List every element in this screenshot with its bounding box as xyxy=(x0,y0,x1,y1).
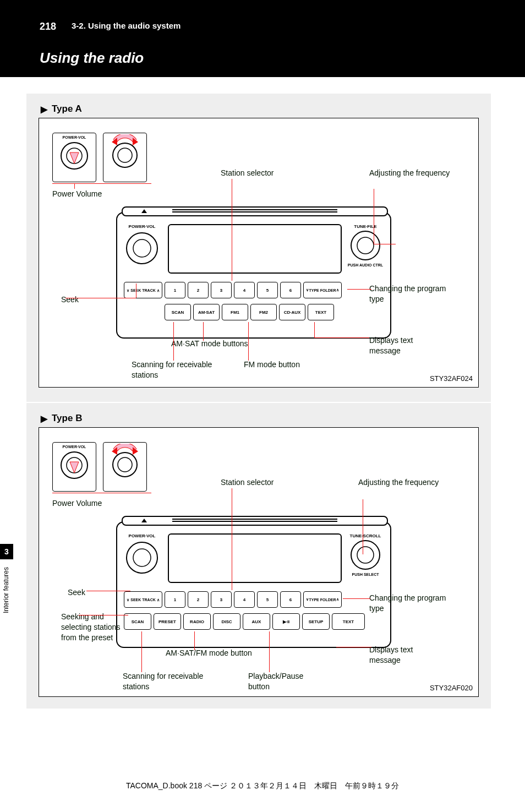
cd-slot xyxy=(122,516,388,526)
leader xyxy=(336,647,371,647)
knob-vignette-power: POWER·VOL xyxy=(52,133,96,182)
svg-marker-13 xyxy=(70,462,79,473)
preset-4[interactable]: 4 xyxy=(234,282,255,298)
eject-icon xyxy=(141,519,147,522)
leader xyxy=(363,499,363,554)
knob-vignette-turn xyxy=(103,133,147,182)
callout-preset: Station selector xyxy=(221,168,274,178)
svg-point-7 xyxy=(127,233,157,264)
leader xyxy=(173,322,174,361)
callout-radio-mode: AM·SAT/FM mode button xyxy=(166,648,254,658)
setup-button[interactable]: SETUP xyxy=(302,613,330,630)
callout-am-mode: AM·SAT mode buttons xyxy=(171,339,248,349)
preset-1[interactable]: 1 xyxy=(165,591,185,608)
knob-icon xyxy=(347,538,384,570)
preset-3[interactable]: 3 xyxy=(211,591,232,608)
preset-6[interactable]: 6 xyxy=(280,591,301,608)
knob-icon xyxy=(124,538,160,575)
leader xyxy=(65,298,136,298)
fm2-button[interactable]: FM2 xyxy=(250,304,277,320)
leader xyxy=(203,322,204,341)
type-folder-button[interactable]: ∨TYPE FOLDER∧ xyxy=(303,591,342,608)
preset-2[interactable]: 2 xyxy=(188,282,209,298)
seek-track-button[interactable]: ∨SEEK TRACK∧ xyxy=(124,591,162,608)
type-folder-button[interactable]: ∨TYPE FOLDER∧ xyxy=(303,282,342,298)
head-unit-a: POWER·VOL TUNE·FILE PUSH AUDIO CTRL ∨SEE… xyxy=(116,212,391,339)
section-label: Type A xyxy=(52,103,82,115)
section-heading-b: ▶ Type B xyxy=(26,403,491,427)
play-pause-button[interactable]: ▶·II xyxy=(272,613,300,630)
preset-6[interactable]: 6 xyxy=(280,282,301,298)
page-footer: TACOMA_D.book 218 ページ ２０１３年２月１４日 木曜日 午前９… xyxy=(0,781,525,791)
knob-vignette-power: POWER·VOL xyxy=(52,442,96,492)
text-button[interactable]: TEXT xyxy=(332,613,365,630)
callout-type: Changing the program type xyxy=(369,593,457,614)
preset-mode-button[interactable]: PRESET xyxy=(154,613,181,630)
tune-label-bottom: PUSH SELECT xyxy=(347,573,384,576)
am-sat-button[interactable]: AM·SAT xyxy=(193,304,220,320)
leader xyxy=(74,183,75,189)
callout-adjust: Adjusting the frequency xyxy=(369,168,452,178)
leader xyxy=(86,591,130,591)
leader xyxy=(136,284,136,298)
section-arrow-icon: ▶ xyxy=(41,104,47,115)
panel-type-b: ▶ Type B POWER·VOL xyxy=(26,403,491,709)
preset-5[interactable]: 5 xyxy=(257,591,278,608)
tune-scroll-knob[interactable]: TUNE·SCROLL PUSH SELECT xyxy=(347,533,384,576)
seek-track-button[interactable]: ∨SEEK TRACK∧ xyxy=(124,282,162,298)
display-screen xyxy=(168,224,342,274)
svg-point-19 xyxy=(133,549,151,566)
page-title: Using the radio xyxy=(40,50,144,67)
side-chapter-label: Interior features xyxy=(2,567,12,613)
knob-push-icon xyxy=(59,450,90,481)
button-row-1: ∨SEEK TRACK∧ 1 2 3 4 5 6 ∨TYPE FOLDER∧ xyxy=(124,591,384,608)
callout-preset: Station selector xyxy=(221,477,274,488)
power-vol-label: POWER·VOL xyxy=(124,224,160,229)
power-vol-label: POWER·VOL xyxy=(124,533,160,538)
preset-3[interactable]: 3 xyxy=(211,282,232,298)
knob-turn-icon xyxy=(110,134,140,173)
leader xyxy=(314,337,369,338)
svg-point-5 xyxy=(113,143,137,167)
knob-label: POWER·VOL xyxy=(53,445,96,449)
leader xyxy=(141,631,142,672)
callout-text: Displays text message xyxy=(369,645,446,666)
page: 218 3-2. Using the audio system Using th… xyxy=(0,0,525,812)
scan-button[interactable]: SCAN xyxy=(124,613,151,630)
callout-power: Power Volume xyxy=(52,498,102,509)
cd-aux-button[interactable]: CD·AUX xyxy=(279,304,305,320)
diagram-b: POWER·VOL xyxy=(39,427,479,697)
power-vol-knob[interactable]: POWER·VOL xyxy=(124,224,160,268)
leader xyxy=(314,322,315,337)
leader xyxy=(79,615,128,615)
knob-push-icon xyxy=(59,140,90,171)
fm1-button[interactable]: FM1 xyxy=(222,304,248,320)
svg-point-21 xyxy=(357,547,374,563)
scan-button[interactable]: SCAN xyxy=(165,304,191,320)
callout-scan: Scanning for receivable stations xyxy=(132,359,225,380)
preset-5[interactable]: 5 xyxy=(257,282,278,298)
panel-image-id: STY32AF024 xyxy=(430,374,473,383)
tune-knob[interactable]: TUNE·FILE PUSH AUDIO CTRL xyxy=(347,224,384,267)
preset-4[interactable]: 4 xyxy=(234,591,255,608)
cd-slot xyxy=(122,206,388,216)
text-button[interactable]: TEXT xyxy=(308,304,334,320)
preset-2[interactable]: 2 xyxy=(188,591,209,608)
callout-type: Changing the program type xyxy=(369,284,457,304)
aux-button[interactable]: AUX xyxy=(243,613,270,630)
leader xyxy=(374,189,374,244)
leader xyxy=(269,631,270,672)
head-unit-b: POWER·VOL TUNE·SCROLL PUSH SELECT ∨SEEK … xyxy=(116,521,391,648)
preset-1[interactable]: 1 xyxy=(165,282,185,298)
svg-point-9 xyxy=(351,231,380,260)
radio-button[interactable]: RADIO xyxy=(183,613,211,630)
callout-power: Power Volume xyxy=(52,189,102,199)
side-chapter-tab: 3 xyxy=(0,544,13,559)
power-vol-knob[interactable]: POWER·VOL xyxy=(124,533,160,577)
breadcrumb: 3-2. Using the audio system xyxy=(72,21,181,30)
knob-label: POWER·VOL xyxy=(53,135,96,139)
callout-seek: Seek xyxy=(61,295,79,305)
leader xyxy=(194,631,195,650)
disc-button[interactable]: DISC xyxy=(213,613,240,630)
section-heading-a: ▶ Type A xyxy=(26,94,491,118)
